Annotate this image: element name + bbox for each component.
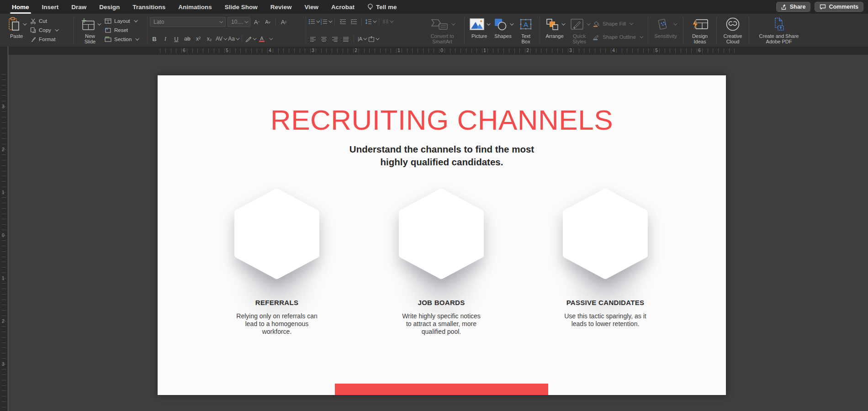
hexagon-shape[interactable] [234, 188, 320, 279]
format-brush-icon [30, 37, 36, 42]
picture-button[interactable]: Picture [467, 16, 492, 45]
paste-button[interactable]: Paste [4, 16, 29, 45]
card-job-boards[interactable]: JOB BOARDS Write highly specific notices… [373, 188, 510, 336]
menu-insert[interactable]: Insert [36, 0, 65, 14]
align-right-button[interactable] [330, 34, 339, 43]
design-ideas-button[interactable]: Design Ideas [686, 16, 714, 45]
paint-bucket-icon [593, 21, 600, 27]
ruler-number: 5 [655, 48, 658, 53]
slide-title[interactable]: RECRUITING CHANNELS [158, 104, 726, 136]
subscript-button[interactable]: x₂ [205, 34, 214, 43]
menu-animations[interactable]: Animations [172, 0, 218, 14]
cut-button[interactable]: Cut [30, 17, 70, 25]
section-button[interactable]: Section [105, 35, 144, 43]
menu-bar: Home Insert Draw Design Transitions Anim… [0, 0, 868, 14]
increase-indent-button[interactable] [349, 17, 358, 26]
scissors-icon [30, 18, 36, 24]
creative-cloud-button[interactable]: Creative Cloud [719, 16, 746, 45]
slide-subtitle[interactable]: Understand the channels to find the most… [337, 143, 547, 169]
clear-formatting-button[interactable]: A◊ [279, 17, 288, 26]
shapes-icon [494, 18, 508, 31]
menu-acrobat[interactable]: Acrobat [325, 0, 361, 14]
share-icon [781, 4, 787, 10]
sensitivity-button[interactable]: Sensitivity [651, 16, 681, 45]
svg-text:3: 3 [321, 23, 322, 25]
align-left-icon [310, 37, 316, 42]
bullets-button[interactable] [308, 17, 319, 26]
grow-font-button[interactable]: A^ [252, 17, 261, 26]
columns-button[interactable] [382, 17, 392, 26]
align-center-button[interactable] [319, 34, 328, 43]
font-size-select[interactable]: 10.... [228, 17, 250, 27]
strikethrough-button[interactable]: ab [183, 34, 192, 43]
ribbon-divider [464, 17, 465, 43]
ribbon-divider [749, 17, 749, 43]
new-slide-button[interactable]: New Slide [76, 16, 104, 45]
creative-cloud-icon [725, 17, 740, 32]
text-direction-button[interactable]: |A [357, 34, 366, 43]
layout-button[interactable]: Layout [105, 17, 144, 25]
design-ideas-icon [691, 18, 709, 31]
ruler-number: 3 [312, 48, 314, 53]
ruler-number: 1 [2, 190, 5, 195]
menu-home[interactable]: Home [5, 0, 36, 14]
highlighter-icon [245, 36, 252, 42]
ruler-number: 3 [2, 104, 5, 109]
format-painter-button[interactable]: Format [30, 35, 70, 43]
decrease-indent-button[interactable] [338, 17, 347, 26]
ribbon-divider [540, 17, 540, 43]
character-spacing-button[interactable]: AV [216, 34, 226, 43]
tell-me-button[interactable]: Tell me [361, 0, 403, 14]
align-text-icon [368, 36, 375, 42]
highlight-color-button[interactable] [245, 34, 255, 43]
convert-smartart-button[interactable]: Convert to SmartArt [423, 16, 462, 45]
arrange-button[interactable]: Arrange [542, 16, 567, 45]
ruler-number: 1 [2, 276, 5, 281]
justify-button[interactable] [341, 34, 350, 43]
text-box-button[interactable]: A Text Box [514, 16, 537, 45]
card-passive-candidates[interactable]: PASSIVE CANDIDATES Use this tactic spari… [537, 188, 674, 328]
font-color-button[interactable]: A [257, 34, 266, 43]
copy-button[interactable]: Copy [30, 26, 70, 34]
menu-slideshow[interactable]: Slide Show [218, 0, 264, 14]
comments-button[interactable]: Comments [815, 2, 863, 12]
font-name-select[interactable]: Lato [150, 17, 226, 27]
menu-transitions[interactable]: Transitions [126, 0, 172, 14]
paste-dropdown-chevron[interactable] [23, 21, 26, 25]
menu-view[interactable]: View [298, 0, 325, 14]
align-left-button[interactable] [308, 34, 318, 43]
sensitivity-icon [656, 18, 671, 31]
change-case-button[interactable]: Aa [228, 34, 238, 43]
numbering-button[interactable]: 123 [321, 17, 331, 26]
ruler-number: 5 [226, 48, 228, 53]
slide: RECRUITING CHANNELS Understand the chann… [158, 75, 726, 395]
shrink-font-button[interactable]: Av [263, 17, 272, 26]
hexagon-shape[interactable] [398, 188, 484, 279]
reset-button[interactable]: Reset [105, 26, 144, 34]
ribbon-divider [716, 17, 717, 43]
menu-design[interactable]: Design [93, 0, 126, 14]
menu-review[interactable]: Review [264, 0, 298, 14]
ruler-number: 2 [355, 48, 357, 53]
shape-outline-button[interactable]: Shape Outline [593, 33, 645, 41]
ribbon-divider [147, 17, 148, 43]
new-slide-icon [80, 17, 95, 31]
hexagon-shape[interactable] [562, 188, 648, 279]
share-button[interactable]: Share [776, 2, 811, 12]
superscript-button[interactable]: x² [194, 34, 203, 43]
accent-bar[interactable] [335, 384, 548, 395]
line-spacing-button[interactable] [365, 17, 376, 26]
menu-draw[interactable]: Draw [65, 0, 93, 14]
bold-button[interactable]: B [150, 34, 159, 43]
card-referrals[interactable]: REFERRALS Relying only on referrals can … [208, 188, 345, 336]
new-slide-dropdown-chevron[interactable] [97, 21, 101, 25]
quick-styles-button[interactable]: Quick Styles [567, 16, 592, 45]
align-text-button[interactable] [368, 34, 378, 43]
ribbon: Paste Cut Copy Format [0, 14, 868, 47]
shape-fill-button[interactable]: Shape Fill [593, 20, 645, 28]
shapes-button[interactable]: Shapes [492, 16, 514, 45]
underline-button[interactable]: U [172, 34, 181, 43]
adobe-pdf-button[interactable]: Create and Share Adobe PDF [752, 16, 806, 45]
ruler-number: 4 [612, 48, 615, 53]
italic-button[interactable]: I [161, 34, 170, 43]
